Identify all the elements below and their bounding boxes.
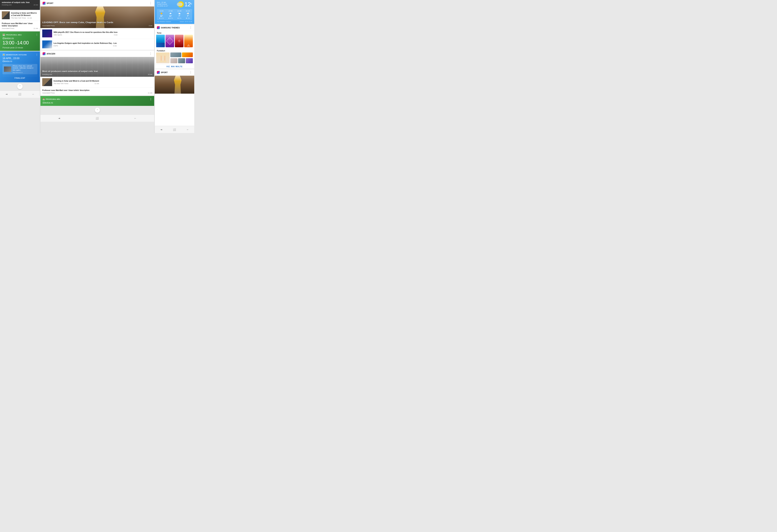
svg-rect-3	[164, 56, 165, 61]
theme-thumb-1[interactable]	[156, 35, 165, 47]
reminder-label: MEMENTOURI VIITOARE	[6, 54, 27, 56]
solar-title-left: Investing in Solar and Wind in a Coal an…	[11, 12, 38, 16]
schedule-starts-in: Pornește peste 13 minute	[3, 47, 37, 49]
nav-bar-middle: ⇥ ⬜ ←	[40, 114, 154, 122]
right-sport-section: SPORT ⋮	[155, 69, 194, 126]
theme-thumb-3[interactable]: ✛	[175, 35, 184, 47]
wallpaper-side-group	[171, 52, 193, 63]
sport-big-headline: LEADING OFF: Bucs can sweep Cubs, Chapma…	[42, 21, 152, 24]
weather-source: The Weather Channel	[157, 21, 171, 22]
samsung-themes-widget: SAMSUNG THEMES ⋮ Teme	[155, 24, 194, 69]
samsung-themes-menu[interactable]: ⋮	[189, 26, 192, 29]
svg-rect-1	[160, 56, 162, 61]
business-section-label: AFACERI	[46, 52, 55, 55]
solar-news-item-mid[interactable]: Investing in Solar and Wind in a Coal an…	[40, 77, 154, 88]
schedule-card-left[interactable]: 📅 PROGRAMUL MEU ⋮ iDevice.ro 13:00 -14:0…	[0, 31, 40, 51]
right-sport-menu[interactable]: ⋮	[189, 71, 192, 74]
green-preview-app: iDevice.ro	[42, 101, 152, 104]
green-preview-mid[interactable]: 📅 PROGRAMUL MEU ⋮ iDevice.ro	[40, 96, 154, 106]
solar-source-left: The New York Times 11 ore	[11, 17, 38, 19]
hourly-item-2: 21:00 🌥 7° 🌧 5%	[177, 10, 182, 19]
weather-widget: dum., 16 apr. Parțial Înnorат Se simte c…	[155, 0, 194, 24]
schedule-app-name: iDevice.ro	[3, 37, 37, 40]
reminder-card-left[interactable]: 🔔 MEMENTOURI VIITOARE ⋮ 16 APR., 15:00 i…	[0, 51, 40, 82]
sport-section-menu[interactable]: ⋮	[149, 1, 152, 5]
business-big-caption: Most oil producers want extension of out…	[40, 69, 154, 77]
hourly-item-3: 01:00 ☁️ 7° 🌧 3%	[186, 10, 190, 19]
sport-big-card[interactable]: LEADING OFF: Bucs can sweep Cubs, Chapma…	[40, 6, 154, 28]
wallpaper-purple[interactable]	[186, 58, 193, 63]
schedule-label: PROGRAMUL MEU	[6, 34, 22, 36]
reminder-menu-icon[interactable]: ⋮	[35, 53, 38, 56]
nav-back-mid[interactable]: ←	[134, 117, 136, 120]
hourly-hour-3: 01:00	[186, 10, 190, 12]
nav-home-left[interactable]: ⬜	[18, 93, 21, 96]
finalizat-button[interactable]: FINALIZAT	[3, 76, 37, 80]
nav-recent-left[interactable]: ⇥	[5, 93, 8, 96]
reminder-news-url: http://iDevice.ro	[13, 72, 36, 73]
wallpaper-beige[interactable]	[171, 58, 177, 63]
svg-point-2	[164, 53, 166, 56]
reminder-news-inner[interactable]: iPhone, iPad, Mac, Aplicatii Gratuite, J…	[3, 64, 37, 75]
samsung-themes-label: SAMSUNG THEMES	[161, 27, 180, 29]
business-big-card[interactable]: Most oil producers want extension of out…	[40, 57, 154, 77]
sport-big-caption: LEADING OFF: Bucs can sweep Cubs, Chapma…	[40, 20, 154, 28]
right-sport-big-card[interactable]	[155, 76, 194, 94]
svg-point-5	[163, 61, 166, 63]
weather-day: dum., 16 apr.	[157, 1, 168, 3]
top-news-card[interactable]: extension of output cuts: Iran investing…	[0, 0, 40, 10]
nav-back-left[interactable]: ←	[32, 93, 34, 96]
nba-news-item[interactable]: NBA playoffs 2017: Doc Rivers in no mood…	[40, 28, 154, 39]
nba-title: NBA playoffs 2017: Doc Rivers in no mood…	[53, 31, 118, 33]
schedule-icon: 📅	[3, 34, 5, 36]
sport-big-time: 3 ore	[148, 25, 152, 27]
nav-home-right[interactable]: ⬜	[173, 128, 176, 131]
walmart-news-item-left[interactable]: Professor sues Wal-Mart over 'clean toil…	[0, 21, 40, 31]
wallpaper-gray[interactable]	[171, 52, 181, 57]
samsung-themes-header: SAMSUNG THEMES ⋮	[155, 24, 194, 31]
dodgers-time: 3 ore	[113, 45, 117, 47]
wallpaper-orange[interactable]	[182, 52, 193, 57]
svg-point-4	[159, 61, 163, 63]
walmart-title-left: Professor sues Wal-Mart over 'clean toil…	[2, 22, 38, 27]
scroll-up-left[interactable]: ⌃	[17, 84, 23, 89]
wallpaper-main[interactable]	[156, 52, 170, 63]
top-news-time: 10 ore	[33, 4, 38, 6]
nav-back-right[interactable]: ←	[187, 128, 189, 131]
themes-sublabel: Teme	[155, 31, 194, 35]
hourly-icon-0: ☀️	[160, 12, 163, 15]
reminder-app-name: iDevice.ro	[3, 60, 37, 63]
solar-news-item-left[interactable]: Investing in Solar and Wind in a Coal an…	[0, 10, 40, 21]
hourly-item-0: 13:00 ☀️ 12° 🌧 11%	[159, 10, 164, 19]
wallpapers-sublabel: Fundaluri	[155, 49, 194, 52]
schedule-menu-icon[interactable]: ⋮	[35, 33, 38, 36]
nav-recent-right[interactable]: ⇥	[160, 128, 162, 131]
svg-point-0	[160, 53, 162, 56]
nav-recent-mid[interactable]: ⇥	[58, 117, 60, 120]
middle-panel: SPORT ⋮ LEADING OFF: Bucs can sweep Cubs…	[40, 0, 154, 133]
top-news-headline: extension of output cuts: Iran	[2, 1, 38, 4]
hourly-hour-1: 17:00	[169, 10, 173, 12]
walmart-source-mid: Associated Press	[42, 92, 55, 94]
hourly-temp-3: 7°	[187, 15, 189, 17]
solar-source-mid: The New York Times	[53, 83, 69, 85]
wallpaper-gray2[interactable]	[178, 58, 185, 63]
sport-section-label: SPORT	[46, 2, 53, 4]
hourly-icon-1: 🌧	[170, 12, 172, 15]
dodgers-source: ESPN	[53, 45, 58, 47]
dodgers-title: Los Angeles Dodgers again find inspirati…	[53, 42, 117, 44]
walmart-news-item-mid[interactable]: Professor sues Wal-Mart over 'clean toil…	[40, 88, 154, 95]
samsung-themes-icon	[157, 26, 160, 29]
see-more-button[interactable]: VIZ. MAI MULTE	[155, 64, 194, 69]
weather-hourly: 13:00 ☀️ 12° 🌧 11% 17:00 🌧 11° 🌧 87% 21:…	[157, 9, 192, 20]
scroll-up-middle[interactable]: ⌃	[95, 108, 100, 113]
theme-thumb-2[interactable]	[165, 35, 174, 47]
dodgers-news-item[interactable]: Los Angeles Dodgers again find inspirati…	[40, 39, 154, 50]
hourly-hour-0: 13:00	[159, 10, 163, 12]
theme-thumb-4[interactable]	[184, 35, 193, 47]
business-section-menu[interactable]: ⋮	[149, 52, 152, 56]
nav-home-mid[interactable]: ⬜	[96, 117, 99, 120]
nba-thumb	[42, 29, 52, 37]
right-sport-label: SPORT	[161, 71, 168, 74]
nba-time: 3 ore	[114, 34, 118, 36]
